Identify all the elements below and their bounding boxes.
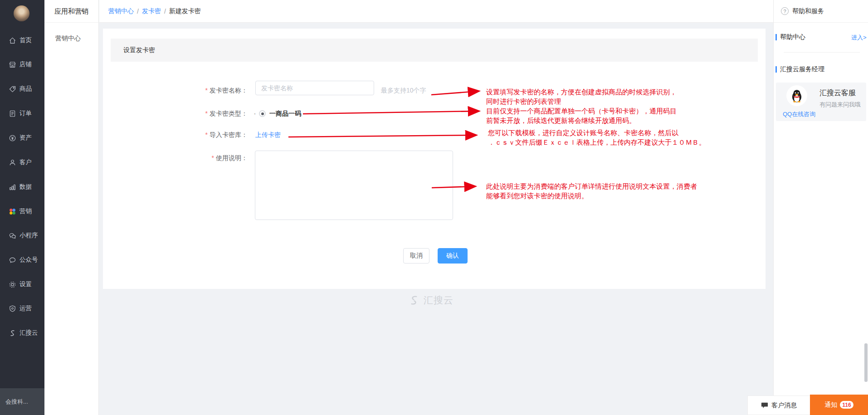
data-chart-icon xyxy=(9,183,16,191)
sidebar-item-operation[interactable]: 运营 xyxy=(0,302,44,315)
goods-tag-icon xyxy=(9,85,16,93)
notice-button[interactable]: 通知 116 xyxy=(810,395,868,415)
sidebar-item-label: 订单 xyxy=(20,109,32,117)
breadcrumb-marketing-center[interactable]: 营销中心 xyxy=(108,7,134,15)
qq-penguin-icon xyxy=(790,88,804,103)
service-agent-desc: 有问题来问我哦 xyxy=(819,101,861,109)
sidebar-item-assets[interactable]: 资产 xyxy=(0,132,44,144)
notice-label: 通知 xyxy=(824,401,837,409)
sidebar-item-data[interactable]: 数据 xyxy=(0,181,44,193)
sidebar-item-label: 设置 xyxy=(20,280,32,288)
annotation-import: 您可以下载模板，进行自定义设计账号名称、卡密名称，然后以．ｃｓｖ文件后缀Ｅｘｃｅ… xyxy=(488,128,706,147)
question-icon: ? xyxy=(781,7,789,15)
sidebar-item-label: 资产 xyxy=(20,134,32,142)
order-icon xyxy=(9,110,16,117)
sidebar-item-miniprogram[interactable]: 小程序 xyxy=(0,229,44,242)
scrollbar-thumb[interactable] xyxy=(864,343,868,382)
app-window: 首页 店铺 商品 订单 资产 客户 数据 营销 xyxy=(0,0,868,415)
service-manager-title: 汇搜云服务经理 xyxy=(780,65,824,73)
sidebar-item-orders[interactable]: 订单 xyxy=(0,107,44,120)
type-radio-selected[interactable] xyxy=(259,110,266,117)
sidebar-item-store[interactable]: 店铺 xyxy=(0,58,44,71)
sidebar-item-label: 客户 xyxy=(20,158,32,166)
required-mark: * xyxy=(205,87,208,94)
sidebar-item-home[interactable]: 首页 xyxy=(0,34,44,47)
help-panel: ? 帮助和服务 帮助中心 进入> 汇搜云服务经理 xyxy=(773,0,868,415)
name-length-hint: 最多支持10个字 xyxy=(381,87,426,95)
usage-textarea[interactable] xyxy=(255,151,453,220)
sidebar-item-official-account[interactable]: 公众号 xyxy=(0,254,44,266)
sidebar-item-customers[interactable]: 客户 xyxy=(0,156,44,169)
name-input[interactable] xyxy=(255,81,374,95)
help-center-enter-link[interactable]: 进入> xyxy=(851,34,867,42)
required-mark: * xyxy=(205,131,208,138)
topbar: 营销中心 / 发卡密 / 新建发卡密 xyxy=(99,0,773,23)
field-label-name: *发卡密名称： xyxy=(103,87,248,95)
primary-sidebar: 首页 店铺 商品 订单 资产 客户 数据 营销 xyxy=(0,0,44,415)
breadcrumb-fakami[interactable]: 发卡密 xyxy=(142,7,161,15)
card-header: 设置发卡密 xyxy=(111,39,758,62)
divider xyxy=(784,52,860,53)
customer-icon xyxy=(9,159,16,166)
section-marker xyxy=(775,66,777,73)
help-center-title: 帮助中心 xyxy=(780,33,805,41)
service-card: 汇搜云客服 有问题来问我哦 QQ在线咨询 xyxy=(776,83,866,121)
assets-icon xyxy=(9,134,16,142)
qq-online-consult-link[interactable]: QQ在线咨询 xyxy=(783,110,815,118)
sidebar-item-label: 运营 xyxy=(20,304,32,312)
upload-card-keys-link[interactable]: 上传卡密 xyxy=(255,131,281,139)
huisou-logo-icon xyxy=(408,294,420,306)
miniprogram-icon xyxy=(9,232,16,239)
qq-avatar xyxy=(786,85,807,106)
section-marker xyxy=(775,34,777,40)
sidebar-footer[interactable]: 会搜科... xyxy=(0,388,44,415)
annotation-type: 目前仅支持一个商品配置单独一个码（卡号和卡密），通用码目前暂未开放，后续迭代更新… xyxy=(486,106,677,125)
secondary-sidebar: 应用和营销 营销中心 xyxy=(44,0,99,415)
sidebar-item-label: 商品 xyxy=(20,85,32,93)
sidebar-item-label: 数据 xyxy=(20,183,32,191)
sidebar-item-huisouyun[interactable]: 汇搜云 xyxy=(0,327,44,339)
field-label-import: *导入卡密库： xyxy=(103,131,248,139)
watermark: 汇搜云 xyxy=(408,294,454,307)
confirm-button[interactable]: 确认 xyxy=(438,248,468,264)
field-label-type: *发卡密类型： xyxy=(103,110,248,118)
store-icon xyxy=(9,61,16,68)
breadcrumb-separator: / xyxy=(164,8,166,15)
annotation-name: 设置填写发卡密的名称，方便在创建虚拟商品的时候选择识别，同时进行卡密的列表管理 xyxy=(486,87,677,106)
sidebar-item-marketing[interactable]: 营销 xyxy=(0,205,44,218)
field-label-usage: *使用说明： xyxy=(103,154,248,162)
breadcrumb-current: 新建发卡密 xyxy=(169,7,201,15)
settings-icon xyxy=(9,281,16,288)
help-panel-title: 帮助和服务 xyxy=(792,7,824,15)
marketing-icon xyxy=(9,208,16,215)
sidebar-item-label: 首页 xyxy=(20,36,32,44)
type-dot: . xyxy=(254,108,256,116)
sidebar-item-settings[interactable]: 设置 xyxy=(0,278,44,291)
home-icon xyxy=(9,37,16,44)
sidebar-footer-label: 会搜科... xyxy=(5,398,28,406)
card-title: 设置发卡密 xyxy=(123,46,155,54)
sidebar-item-label: 店铺 xyxy=(20,60,32,68)
main-content: 设置发卡密 *发卡密名称： 最多支持10个字 *发卡密类型： . 一商品一码 *… xyxy=(99,23,773,415)
huisou-logo-icon xyxy=(9,329,16,337)
customer-messages-button[interactable]: 客户消息 xyxy=(747,395,810,415)
menu-item-marketing-center[interactable]: 营销中心 xyxy=(55,34,98,43)
type-radio-label[interactable]: 一商品一码 xyxy=(269,110,301,118)
help-center-row: 帮助中心 进入> xyxy=(774,33,868,42)
official-account-icon xyxy=(9,256,16,264)
cancel-button[interactable]: 取消 xyxy=(403,248,429,264)
chat-icon xyxy=(761,402,768,409)
sidebar-item-label: 营销 xyxy=(20,207,32,215)
form-card: 设置发卡密 *发卡密名称： 最多支持10个字 *发卡密类型： . 一商品一码 *… xyxy=(103,29,766,289)
operation-icon xyxy=(9,305,16,312)
secondary-sidebar-title: 应用和营销 xyxy=(44,0,98,23)
user-avatar[interactable] xyxy=(14,5,29,21)
sidebar-item-goods[interactable]: 商品 xyxy=(0,83,44,95)
service-manager-row: 汇搜云服务经理 xyxy=(774,65,868,74)
sidebar-item-label: 公众号 xyxy=(20,256,38,264)
required-mark: * xyxy=(212,154,214,161)
breadcrumb-separator: / xyxy=(137,8,139,15)
sidebar-item-label: 小程序 xyxy=(20,231,38,239)
notice-badge: 116 xyxy=(840,401,853,409)
customer-messages-label: 客户消息 xyxy=(771,401,797,410)
